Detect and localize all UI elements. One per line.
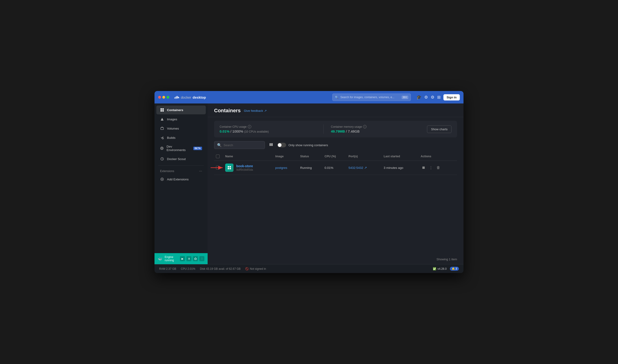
svg-rect-22	[272, 143, 273, 146]
memory-stat-group: Container memory usage i 49.79MB / 7.48G…	[331, 125, 427, 133]
sidebar-item-dev-environments[interactable]: Dev Environments BETA	[156, 143, 206, 154]
maximize-button[interactable]	[167, 96, 169, 99]
stop-button[interactable]: ⏹	[421, 165, 426, 171]
th-image: Image	[273, 152, 298, 161]
settings-icon[interactable]: ⚙	[431, 95, 434, 100]
content-area: Containers Give feedback ↗ Container CPU…	[208, 104, 464, 264]
feedback-link[interactable]: Give feedback ↗	[244, 109, 267, 113]
disk-value: Disk 43.19 GB avail. of 62.67 GB	[200, 267, 241, 271]
actions-cell: ⏹ ⋮ 🗑	[421, 165, 455, 171]
disk-status: Disk 43.19 GB avail. of 62.67 GB	[200, 267, 241, 271]
statusbar: RAM 2.37 GB CPU 2.01% Disk 43.19 GB avai…	[154, 264, 464, 273]
svg-rect-10	[162, 108, 164, 110]
cpu-value: 0.01%	[324, 166, 333, 169]
engine-play-button[interactable]: ▶	[180, 256, 185, 261]
notif-count: 2	[456, 267, 457, 270]
table-row: book-store 9dff9cbb85da postgres Running	[214, 161, 457, 175]
content-header: Containers Give feedback ↗	[208, 104, 464, 117]
th-actions: Actions	[419, 152, 457, 161]
learn-icon[interactable]: 🎓	[416, 95, 422, 100]
add-extensions-icon	[160, 177, 164, 181]
sidebar-item-volumes[interactable]: Volumes	[156, 124, 206, 133]
annotation-arrow	[209, 164, 226, 171]
container-name-link[interactable]: book-store	[236, 164, 253, 168]
search-placeholder-text: Search for images, containers, volumes, …	[340, 96, 394, 99]
svg-rect-20	[270, 143, 270, 146]
search-icon: 🔍	[217, 143, 222, 147]
sign-in-button[interactable]: Sign in	[443, 94, 460, 101]
image-link[interactable]: postgres	[275, 166, 287, 169]
svg-point-17	[161, 148, 163, 149]
svg-point-16	[160, 147, 163, 150]
sidebar-item-images[interactable]: Images	[156, 115, 206, 124]
show-charts-button[interactable]: Show charts	[427, 125, 451, 133]
extensions-menu-icon[interactable]: ⋯	[199, 169, 202, 173]
memory-info-icon[interactable]: i	[363, 125, 366, 129]
global-search-bar[interactable]: 🔍 Search for images, containers, volumes…	[332, 93, 411, 101]
close-button[interactable]	[158, 96, 161, 99]
feedback-label: Give feedback	[244, 109, 263, 113]
th-last-started: Last started	[382, 152, 419, 161]
showing-count-label: Showing 1 item	[437, 258, 457, 261]
builds-icon	[160, 136, 164, 140]
container-name-cell: book-store 9dff9cbb85da	[225, 164, 271, 172]
search-kbd: ⌘K	[402, 96, 408, 99]
cpu-info-icon[interactable]: i	[248, 125, 251, 129]
no-wifi-icon: 🚫	[245, 267, 249, 271]
svg-rect-11	[160, 110, 162, 112]
sidebar-item-containers[interactable]: Containers	[156, 105, 206, 114]
grid-icon[interactable]: ⊞	[437, 95, 441, 100]
svg-marker-13	[161, 118, 164, 121]
notification-badge[interactable]: 🔔 2	[450, 267, 459, 271]
columns-button[interactable]	[268, 142, 274, 149]
row-status-cell: Running	[298, 161, 323, 175]
running-toggle[interactable]	[277, 143, 286, 147]
ram-value: RAM 2.37 GB	[159, 267, 176, 271]
th-name: Name	[223, 152, 273, 161]
container-search-input[interactable]	[224, 143, 262, 147]
engine-power-button[interactable]: ⏻	[193, 256, 198, 261]
row-image-cell: postgres	[273, 161, 298, 175]
images-icon	[160, 117, 164, 121]
sidebar-item-docker-scout[interactable]: Docker Scout	[156, 155, 206, 163]
signin-status-label: Not signed in	[250, 267, 266, 271]
more-options-button[interactable]: ⋮	[428, 165, 434, 171]
svg-rect-27	[230, 168, 231, 169]
memory-stat-label: Container memory usage i	[331, 125, 427, 129]
add-extensions-label: Add Extensions	[167, 178, 189, 181]
docker-scout-label: Docker Scout	[167, 157, 186, 161]
volumes-icon	[160, 126, 164, 130]
toolbar: 🔍 Only show running containers	[208, 141, 464, 152]
external-link-icon: ↗	[364, 166, 367, 169]
port-link[interactable]: 5432:5432 ↗	[348, 166, 380, 169]
docker-logo: docker desktop	[174, 95, 206, 99]
sidebar-divider	[158, 165, 204, 166]
version-badge: ✅ v4.28.0	[433, 267, 446, 271]
stats-bar: Container CPU usage i 0.01% / 1000% (10 …	[214, 121, 457, 137]
svg-point-15	[162, 138, 164, 139]
container-search-wrap[interactable]: 🔍	[214, 141, 265, 149]
main-layout: Containers Images Volumes Builds	[154, 104, 464, 264]
statusbar-right: ✅ v4.28.0 🔔 2	[433, 267, 459, 271]
signin-status: 🚫 Not signed in	[245, 267, 266, 271]
engine-menu-button[interactable]: ⋮	[199, 256, 204, 261]
extensions-icon[interactable]: ⚙	[424, 95, 428, 100]
select-all-checkbox[interactable]	[216, 155, 220, 158]
svg-rect-6	[178, 97, 179, 97]
search-icon: 🔍	[335, 96, 339, 99]
th-checkbox	[214, 152, 223, 161]
minimize-button[interactable]	[162, 96, 165, 99]
engine-pause-button[interactable]: ⏸	[186, 256, 192, 261]
svg-point-8	[179, 98, 180, 98]
sidebar-item-add-extensions[interactable]: Add Extensions	[156, 175, 206, 184]
extensions-section-header: Extensions ⋯	[154, 168, 208, 175]
svg-rect-1	[176, 97, 176, 97]
containers-table-wrap: Name Image Status CPU (%) Port(s) Last s…	[208, 152, 464, 254]
whale-icon: 🐳	[158, 257, 162, 261]
cpu-status: CPU 2.01%	[181, 267, 195, 271]
svg-rect-0	[174, 97, 175, 98]
delete-button[interactable]: 🗑	[436, 165, 441, 171]
sidebar-item-builds[interactable]: Builds	[156, 133, 206, 142]
container-icon	[225, 164, 233, 172]
engine-status-bar: 🐳 Engine running ▶ ⏸ ⏻ ⋮	[154, 253, 208, 264]
